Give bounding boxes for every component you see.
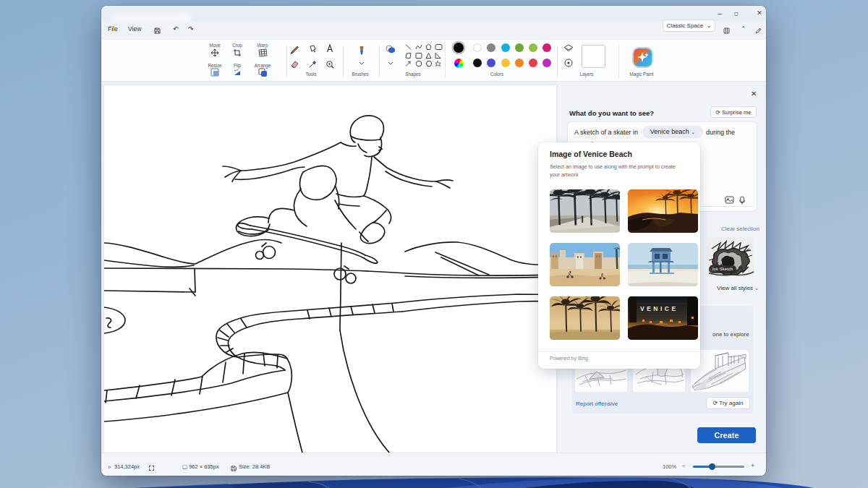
- svg-text:VENICE: VENICE: [640, 305, 678, 312]
